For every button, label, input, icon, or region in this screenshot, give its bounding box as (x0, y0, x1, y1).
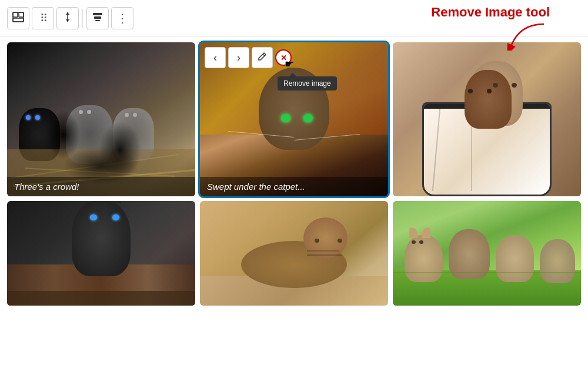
align-tool-button[interactable] (86, 7, 109, 29)
gallery-image-3 (393, 42, 581, 196)
gallery-item-1[interactable]: Three's a crowd! (7, 42, 195, 196)
image-caption-2: Swept under the catpet... (200, 177, 388, 196)
prev-image-button[interactable]: ‹ (205, 47, 226, 68)
gallery-bottom-row (7, 201, 581, 306)
gallery-item-6[interactable] (393, 201, 581, 306)
svg-rect-7 (95, 20, 100, 21)
edit-image-button[interactable] (252, 47, 273, 68)
next-image-button[interactable]: › (228, 47, 249, 68)
prev-icon: ‹ (213, 52, 217, 64)
gallery-image-4 (7, 201, 195, 306)
gallery: Three's a crowd! (0, 36, 588, 311)
next-icon: › (237, 52, 240, 64)
drag-tool-button[interactable]: ⠿ (32, 7, 54, 29)
remove-image-button-wrapper: ✕ Remove image ☛ (275, 49, 292, 66)
more-options-button[interactable]: ⋮ (111, 7, 133, 29)
svg-rect-3 (13, 18, 24, 22)
gallery-icon (12, 12, 24, 25)
gallery-top-row: Three's a crowd! (7, 42, 581, 196)
more-icon: ⋮ (116, 12, 128, 24)
annotation-text: Remove Image tool (431, 5, 550, 20)
gallery-image-6 (393, 201, 581, 306)
remove-image-tooltip: Remove image (278, 76, 337, 91)
svg-rect-5 (93, 13, 102, 15)
svg-line-9 (263, 54, 265, 56)
x-icon: ✕ (280, 54, 287, 62)
annotation: Remove Image tool (431, 5, 550, 51)
toolbar-separator (82, 9, 83, 28)
move-tool-button[interactable] (56, 7, 79, 29)
pencil-icon (258, 52, 267, 63)
svg-rect-1 (13, 12, 18, 17)
annotation-arrow (503, 21, 550, 51)
drag-icon: ⠿ (40, 12, 46, 25)
move-icon (61, 11, 74, 26)
align-icon (92, 12, 103, 25)
svg-rect-2 (19, 12, 24, 17)
gallery-image-1 (7, 42, 195, 196)
gallery-image-5 (200, 201, 388, 306)
svg-rect-6 (94, 16, 101, 19)
image-controls: ‹ › ✕ (205, 47, 292, 68)
gallery-item-2[interactable]: ‹ › ✕ (200, 42, 388, 196)
gallery-tool-button[interactable] (7, 7, 29, 29)
gallery-item-3[interactable] (393, 42, 581, 196)
gallery-item-5[interactable] (200, 201, 388, 306)
remove-image-button[interactable]: ✕ (275, 49, 292, 66)
gallery-item-4[interactable] (7, 201, 195, 306)
image-caption-1: Three's a crowd! (7, 177, 195, 196)
